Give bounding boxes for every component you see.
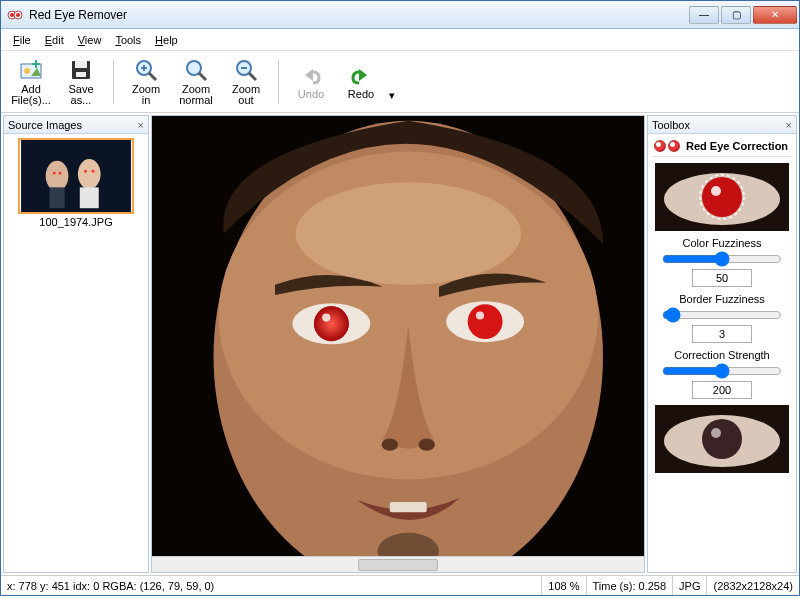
redo-icon bbox=[349, 63, 373, 87]
status-cursor: x: 778 y: 451 idx: 0 RGBA: (126, 79, 59,… bbox=[1, 576, 541, 595]
svg-point-41 bbox=[419, 439, 435, 451]
toolbar-separator bbox=[113, 60, 114, 104]
svg-point-52 bbox=[702, 419, 742, 459]
svg-rect-42 bbox=[390, 502, 427, 512]
status-time: Time (s): 0.258 bbox=[586, 576, 673, 595]
svg-point-38 bbox=[468, 304, 503, 339]
zoom-in-button[interactable]: Zoom in bbox=[122, 54, 170, 110]
undo-icon bbox=[299, 63, 323, 87]
image-canvas[interactable] bbox=[152, 116, 644, 556]
status-dims: (2832x2128x24) bbox=[706, 576, 799, 595]
panel-header[interactable]: Source Images × bbox=[4, 116, 148, 134]
svg-line-19 bbox=[249, 73, 256, 80]
svg-point-53 bbox=[711, 428, 721, 438]
svg-rect-11 bbox=[76, 72, 86, 77]
add-files-button[interactable]: Add File(s)... bbox=[7, 54, 55, 110]
svg-point-26 bbox=[53, 172, 56, 175]
app-icon bbox=[7, 7, 23, 23]
titlebar[interactable]: Red Eye Remover — ▢ ✕ bbox=[1, 1, 799, 29]
app-title: Red Eye Remover bbox=[29, 8, 689, 22]
svg-point-22 bbox=[46, 161, 69, 191]
red-eye-icon bbox=[654, 140, 680, 152]
toolbox-panel: Toolbox × Red Eye Correction bbox=[647, 115, 797, 573]
toolbar: Add File(s)... Save as... Zoom in Zoom n… bbox=[1, 51, 799, 113]
minimize-button[interactable]: — bbox=[689, 6, 719, 24]
border-fuzziness-input[interactable] bbox=[692, 325, 752, 343]
svg-rect-10 bbox=[75, 61, 87, 68]
svg-point-39 bbox=[476, 311, 484, 319]
color-fuzziness-group: Color Fuzziness bbox=[652, 237, 792, 287]
save-as-button[interactable]: Save as... bbox=[57, 54, 105, 110]
svg-point-1 bbox=[10, 13, 14, 17]
canvas-image bbox=[152, 116, 644, 556]
save-icon bbox=[69, 58, 93, 82]
control-label: Color Fuzziness bbox=[683, 237, 762, 249]
preview-before bbox=[655, 163, 789, 231]
thumbnail-filename: 100_1974.JPG bbox=[39, 216, 112, 228]
correction-strength-group: Correction Strength bbox=[652, 349, 792, 399]
correction-strength-input[interactable] bbox=[692, 381, 752, 399]
menu-view[interactable]: View bbox=[72, 32, 108, 48]
svg-point-47 bbox=[702, 177, 742, 217]
preview-after bbox=[655, 405, 789, 473]
menu-tools[interactable]: Tools bbox=[109, 32, 147, 48]
svg-line-13 bbox=[149, 73, 156, 80]
svg-rect-8 bbox=[32, 63, 40, 65]
border-fuzziness-group: Border Fuzziness bbox=[652, 293, 792, 343]
statusbar: x: 778 y: 451 idx: 0 RGBA: (126, 79, 59,… bbox=[1, 575, 799, 595]
color-fuzziness-slider[interactable] bbox=[662, 251, 782, 267]
svg-point-27 bbox=[58, 172, 61, 175]
tool-header: Red Eye Correction bbox=[652, 138, 792, 157]
svg-rect-25 bbox=[80, 187, 99, 208]
svg-line-17 bbox=[199, 73, 206, 80]
workarea: Source Images × 100_1974.JPG bbox=[1, 113, 799, 575]
maximize-button[interactable]: ▢ bbox=[721, 6, 751, 24]
tool-name: Red Eye Correction bbox=[686, 140, 788, 152]
svg-point-5 bbox=[24, 68, 30, 74]
svg-point-44 bbox=[296, 182, 522, 285]
svg-point-36 bbox=[322, 313, 330, 321]
panel-title: Source Images bbox=[8, 119, 82, 131]
menu-edit[interactable]: Edit bbox=[39, 32, 70, 48]
horizontal-scrollbar[interactable] bbox=[152, 556, 644, 572]
control-label: Correction Strength bbox=[674, 349, 769, 361]
zoom-out-button[interactable]: Zoom out bbox=[222, 54, 270, 110]
status-format: JPG bbox=[672, 576, 706, 595]
redo-button[interactable]: Redo bbox=[337, 54, 385, 110]
add-file-icon bbox=[19, 58, 43, 82]
correction-strength-slider[interactable] bbox=[662, 363, 782, 379]
svg-point-3 bbox=[16, 13, 20, 17]
close-button[interactable]: ✕ bbox=[753, 6, 797, 24]
svg-point-29 bbox=[92, 170, 95, 173]
undo-button[interactable]: Undo bbox=[287, 54, 335, 110]
svg-point-16 bbox=[187, 61, 201, 75]
thumbnail-item[interactable]: 100_1974.JPG bbox=[8, 138, 144, 228]
app-window: Red Eye Remover — ▢ ✕ File Edit View Too… bbox=[0, 0, 800, 596]
menu-file[interactable]: File bbox=[7, 32, 37, 48]
svg-point-28 bbox=[84, 170, 87, 173]
source-images-panel: Source Images × 100_1974.JPG bbox=[3, 115, 149, 573]
panel-close-icon[interactable]: × bbox=[786, 119, 792, 131]
svg-point-40 bbox=[382, 439, 398, 451]
control-label: Border Fuzziness bbox=[679, 293, 765, 305]
panel-header[interactable]: Toolbox × bbox=[648, 116, 796, 134]
svg-rect-21 bbox=[21, 140, 131, 212]
zoom-out-icon bbox=[234, 58, 258, 82]
svg-point-24 bbox=[78, 159, 101, 189]
status-zoom: 108 % bbox=[541, 576, 585, 595]
zoom-in-icon bbox=[134, 58, 158, 82]
zoom-normal-button[interactable]: Zoom normal bbox=[172, 54, 220, 110]
thumbnail-list: 100_1974.JPG bbox=[4, 134, 148, 572]
toolbar-separator bbox=[278, 60, 279, 104]
border-fuzziness-slider[interactable] bbox=[662, 307, 782, 323]
panel-title: Toolbox bbox=[652, 119, 690, 131]
thumbnail-image bbox=[18, 138, 134, 214]
svg-point-48 bbox=[711, 186, 721, 196]
svg-rect-23 bbox=[49, 187, 64, 208]
toolbar-overflow[interactable]: ▾ bbox=[387, 54, 397, 110]
menu-help[interactable]: Help bbox=[149, 32, 184, 48]
zoom-normal-icon bbox=[184, 58, 208, 82]
menubar: File Edit View Tools Help bbox=[1, 29, 799, 51]
color-fuzziness-input[interactable] bbox=[692, 269, 752, 287]
panel-close-icon[interactable]: × bbox=[138, 119, 144, 131]
